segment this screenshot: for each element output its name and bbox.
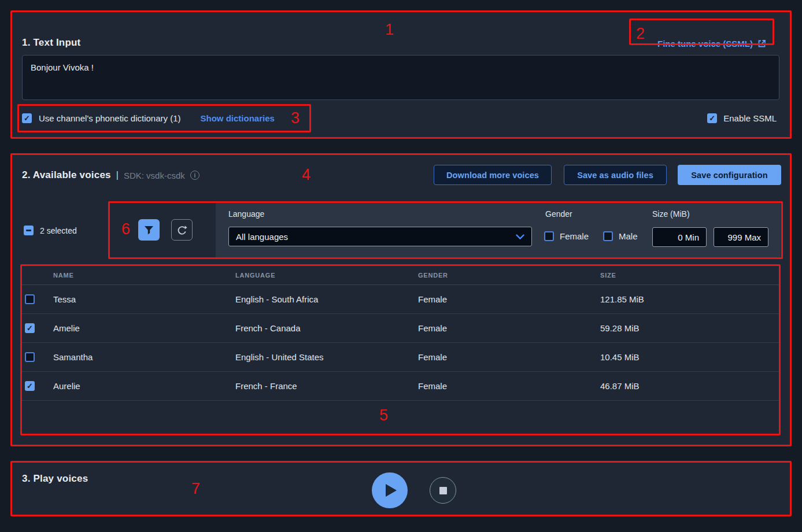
header-language: LANGUAGE xyxy=(235,272,418,279)
voices-table-body: Tessa English - South Africa Female 121.… xyxy=(20,285,781,401)
enable-ssml-checkbox[interactable]: ✓ xyxy=(707,113,717,123)
size-min-input[interactable]: 0 Min xyxy=(652,227,707,247)
language-select-value: All languages xyxy=(236,232,288,242)
use-dictionary-label: Use channel's phonetic dictionary (1) xyxy=(39,113,181,123)
gender-male-option: Male xyxy=(603,231,638,241)
size-filter-label: Size (MiB) xyxy=(652,209,690,219)
save-as-audio-files-button[interactable]: Save as audio files xyxy=(564,165,667,185)
size-max-input[interactable]: 999 Max xyxy=(714,227,768,247)
cell-gender: Female xyxy=(418,352,600,362)
male-label: Male xyxy=(619,231,638,241)
female-checkbox[interactable] xyxy=(544,231,554,241)
available-voices-title: 2. Available voices xyxy=(22,169,111,181)
row-checkbox[interactable]: ✓ xyxy=(25,381,35,391)
cell-language: French - France xyxy=(235,381,418,391)
show-dictionaries-link[interactable]: Show dictionaries xyxy=(201,113,275,123)
available-voices-header: 2. Available voices | SDK: vsdk-csdk i xyxy=(22,169,199,181)
table-row[interactable]: ✓ Aurelie French - France Female 46.87 M… xyxy=(20,372,781,401)
title-separator: | xyxy=(116,170,119,180)
header-gender: GENDER xyxy=(418,272,600,279)
refresh-icon xyxy=(176,224,188,236)
row-checkbox[interactable] xyxy=(25,294,35,304)
save-configuration-button[interactable]: Save configuration xyxy=(678,165,781,185)
cell-language: French - Canada xyxy=(235,323,418,333)
filter-funnel-icon xyxy=(144,226,154,235)
use-dictionary-checkbox[interactable]: ✓ xyxy=(22,113,32,123)
play-voices-title: 3. Play voices xyxy=(22,473,88,485)
cell-gender: Female xyxy=(418,294,600,304)
cell-name: Aurelie xyxy=(53,381,235,391)
table-row[interactable]: Samantha English - United States Female … xyxy=(20,343,781,372)
male-checkbox[interactable] xyxy=(603,231,613,241)
cell-size: 10.45 MiB xyxy=(600,352,781,362)
cell-size: 121.85 MiB xyxy=(600,294,781,304)
chevron-down-icon xyxy=(516,234,524,239)
available-voices-section: 2. Available voices | SDK: vsdk-csdk i D… xyxy=(12,154,790,446)
play-button[interactable] xyxy=(372,472,408,508)
fine-tune-ssml-label: Fine tune voice (SSML) xyxy=(657,39,753,49)
gender-female-option: Female xyxy=(544,231,589,241)
stop-button[interactable] xyxy=(430,477,456,504)
language-filter-label: Language xyxy=(228,209,264,219)
voices-table: NAME LANGUAGE GENDER SIZE Tessa English … xyxy=(20,266,781,401)
cell-size: 46.87 MiB xyxy=(600,381,781,391)
play-icon xyxy=(386,484,397,497)
cell-language: English - United States xyxy=(235,352,418,362)
phonetic-dictionary-row: ✓ Use channel's phonetic dictionary (1) … xyxy=(22,113,275,123)
row-checkbox[interactable]: ✓ xyxy=(25,323,35,333)
cell-name: Tessa xyxy=(53,294,235,304)
text-input-textarea[interactable]: Bonjour Vivoka ! xyxy=(22,55,779,100)
filter-button[interactable] xyxy=(138,219,160,241)
refresh-button[interactable] xyxy=(171,219,193,241)
gender-filter-label: Gender xyxy=(545,209,572,219)
table-row[interactable]: ✓ Amelie French - Canada Female 59.28 Mi… xyxy=(20,314,781,343)
selection-summary: 2 selected xyxy=(24,226,77,235)
select-all-checkbox[interactable] xyxy=(24,226,34,235)
enable-ssml-row: ✓ Enable SSML xyxy=(707,113,777,123)
text-input-section: 1. Text Input Fine tune voice (SSML) Bon… xyxy=(12,12,790,139)
cell-language: English - South Africa xyxy=(235,294,418,304)
text-input-title: 1. Text Input xyxy=(22,37,80,49)
cell-name: Amelie xyxy=(53,323,235,333)
selected-count-label: 2 selected xyxy=(40,226,77,235)
language-select[interactable]: All languages xyxy=(228,227,532,246)
external-link-icon xyxy=(757,39,766,48)
stop-icon xyxy=(439,487,447,494)
filter-options-panel: Language All languages Gender Female Mal… xyxy=(216,201,781,258)
cell-name: Samantha xyxy=(53,352,235,362)
table-row[interactable]: Tessa English - South Africa Female 121.… xyxy=(20,285,781,314)
female-label: Female xyxy=(560,231,589,241)
fine-tune-ssml-link[interactable]: Fine tune voice (SSML) xyxy=(657,39,766,49)
header-size: SIZE xyxy=(600,272,781,279)
header-name: NAME xyxy=(53,272,235,279)
cell-gender: Female xyxy=(418,323,600,333)
enable-ssml-label: Enable SSML xyxy=(723,113,777,123)
voices-table-header: NAME LANGUAGE GENDER SIZE xyxy=(20,266,781,285)
download-more-voices-button[interactable]: Download more voices xyxy=(434,165,552,185)
play-voices-section: 3. Play voices xyxy=(12,463,790,516)
cell-gender: Female xyxy=(418,381,600,391)
row-checkbox[interactable] xyxy=(25,352,35,362)
cell-size: 59.28 MiB xyxy=(600,323,781,333)
tts-configuration-page: 1. Text Input Fine tune voice (SSML) Bon… xyxy=(0,0,802,532)
sdk-label: SDK: vsdk-csdk xyxy=(124,171,185,180)
info-icon[interactable]: i xyxy=(190,171,199,180)
